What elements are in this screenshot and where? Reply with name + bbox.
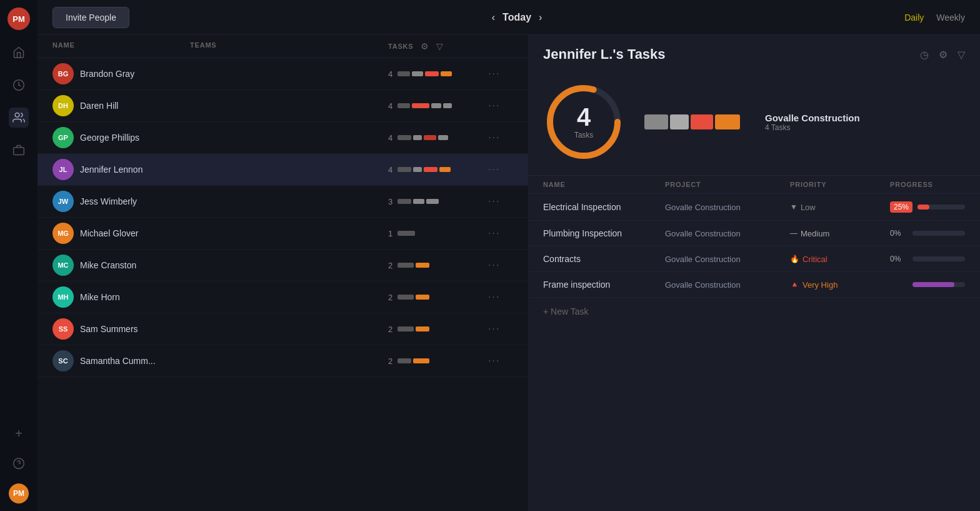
tasks-panel-icons: ◷ ⚙ ▽ [920, 49, 965, 61]
table-row[interactable]: SC Samantha Cumm... 2 ··· [38, 345, 528, 377]
sidebar-item-home[interactable] [9, 43, 29, 63]
avatar: BG [52, 63, 74, 84]
prev-date-button[interactable]: ‹ [492, 12, 495, 23]
sidebar-item-people[interactable] [9, 108, 29, 128]
progress-bar-fill [912, 282, 954, 287]
task-project-cell: Govalle Construction [665, 229, 790, 238]
summary-bars-container [644, 114, 740, 129]
person-name-cell: JW Jess Wimberly [52, 191, 190, 212]
new-task-button[interactable]: + New Task [528, 298, 980, 325]
avatar: GP [52, 127, 74, 148]
clock-icon[interactable]: ◷ [920, 49, 929, 61]
project-tasks-count: 4 Tasks [765, 123, 860, 132]
tasks-panel-title: Jennifer L.'s Tasks [543, 46, 666, 63]
table-row[interactable]: MH Mike Horn 2 ··· [38, 281, 528, 313]
more-options-button[interactable]: ··· [488, 291, 513, 303]
daily-view-button[interactable]: Daily [904, 13, 924, 23]
filter-icon[interactable]: ▽ [436, 41, 443, 51]
task-row[interactable]: Plumbing Inspection Govalle Construction… [528, 221, 980, 246]
person-name-cell: MH Mike Horn [52, 286, 190, 308]
task-project-cell: Govalle Construction [665, 280, 790, 290]
progress-label: 25% [890, 201, 912, 213]
priority-label: Medium [801, 229, 829, 238]
task-count-cell: 2 [388, 293, 488, 302]
people-list-panel: NAME TEAMS TASKS ⚙ ▽ BG Brandon Gray 4 [38, 35, 528, 511]
invite-people-button[interactable]: Invite People [52, 7, 129, 28]
sidebar-item-help[interactable] [9, 453, 29, 473]
avatar: MG [52, 223, 74, 244]
task-bars [398, 103, 452, 108]
task-rows: Electrical Inspection Govalle Constructi… [528, 194, 980, 298]
donut-chart: 4 Tasks [543, 81, 624, 163]
task-row[interactable]: Electrical Inspection Govalle Constructi… [528, 194, 980, 221]
progress-bar-bg [918, 205, 965, 210]
more-options-button[interactable]: ··· [488, 260, 513, 271]
more-options-button[interactable]: ··· [488, 196, 513, 207]
task-count-cell: 3 [388, 197, 488, 206]
task-bars [398, 135, 448, 140]
task-name-cell: Frame inspection [543, 280, 665, 290]
avatar: JW [52, 191, 74, 212]
person-name-cell: SS Sam Summers [52, 318, 190, 340]
task-bars [398, 71, 452, 76]
table-row[interactable]: GP George Phillips 4 ··· [38, 122, 528, 154]
task-bars [398, 199, 439, 204]
next-date-button[interactable]: › [539, 12, 542, 23]
priority-icon: ▼ [790, 203, 798, 211]
task-project-cell: Govalle Construction [665, 255, 790, 264]
task-col-project: PROJECT [665, 181, 790, 188]
main-area: Invite People ‹ Today › Daily Weekly NAM… [38, 0, 980, 511]
more-options-button[interactable]: ··· [488, 68, 513, 79]
sidebar-item-briefcase[interactable] [9, 140, 29, 160]
user-avatar[interactable]: PM [9, 483, 29, 503]
priority-label: Critical [802, 255, 828, 264]
app-logo[interactable]: PM [8, 8, 30, 30]
col-name-header: NAME [52, 41, 190, 51]
sidebar-item-add[interactable]: + [9, 423, 29, 443]
progress-label: 0% [890, 229, 908, 238]
progress-bar-bg [912, 231, 965, 236]
table-row[interactable]: MG Michael Glover 1 ··· [38, 218, 528, 250]
task-row[interactable]: Contracts Govalle Construction 🔥 Critica… [528, 246, 980, 272]
priority-icon: 🔥 [790, 255, 799, 263]
task-row[interactable]: Frame inspection Govalle Construction 🔺 … [528, 272, 980, 298]
person-name-cell: BG Brandon Gray [52, 63, 190, 84]
task-progress-cell: 0% [890, 229, 965, 238]
summary-bar [715, 114, 740, 129]
task-count-cell: 2 [388, 325, 488, 334]
more-options-button[interactable]: ··· [488, 323, 513, 335]
task-count-cell: 2 [388, 357, 488, 366]
table-row[interactable]: BG Brandon Gray 4 ··· [38, 58, 528, 90]
col-teams-header: TEAMS [190, 41, 388, 51]
task-count-cell: 4 [388, 133, 488, 143]
task-count-number: 4 [574, 104, 594, 129]
table-row[interactable]: JW Jess Wimberly 3 ··· [38, 186, 528, 218]
progress-bar-bg [912, 256, 965, 261]
view-options: Daily Weekly [904, 13, 965, 23]
filter-tasks-icon[interactable]: ▽ [958, 49, 965, 61]
more-options-button[interactable]: ··· [488, 355, 513, 367]
task-col-name: NAME [543, 181, 665, 188]
avatar: DH [52, 95, 74, 116]
task-count-cell: 4 [388, 69, 488, 79]
table-row[interactable]: JL Jennifer Lennon 4 ··· [38, 154, 528, 186]
sidebar-item-recent[interactable] [9, 75, 29, 95]
task-count-label: Tasks [574, 131, 594, 139]
more-options-button[interactable]: ··· [488, 132, 513, 143]
table-row[interactable]: DH Daren Hill 4 ··· [38, 90, 528, 122]
task-count-cell: 2 [388, 261, 488, 270]
date-nav: ‹ Today › [492, 12, 542, 23]
table-row[interactable]: SS Sam Summers 2 ··· [38, 313, 528, 345]
topbar: Invite People ‹ Today › Daily Weekly [38, 0, 980, 35]
task-name-cell: Plumbing Inspection [543, 228, 665, 238]
settings-icon[interactable]: ⚙ [939, 49, 948, 61]
more-options-button[interactable]: ··· [488, 100, 513, 111]
filter-settings-icon[interactable]: ⚙ [421, 41, 429, 51]
more-options-button[interactable]: ··· [488, 228, 513, 239]
task-bars [398, 231, 415, 236]
weekly-view-button[interactable]: Weekly [936, 13, 965, 23]
more-options-button[interactable]: ··· [488, 164, 513, 175]
table-row[interactable]: MC Mike Cranston 2 ··· [38, 250, 528, 281]
svg-rect-2 [14, 148, 24, 155]
task-priority-cell: 🔥 Critical [790, 255, 890, 264]
